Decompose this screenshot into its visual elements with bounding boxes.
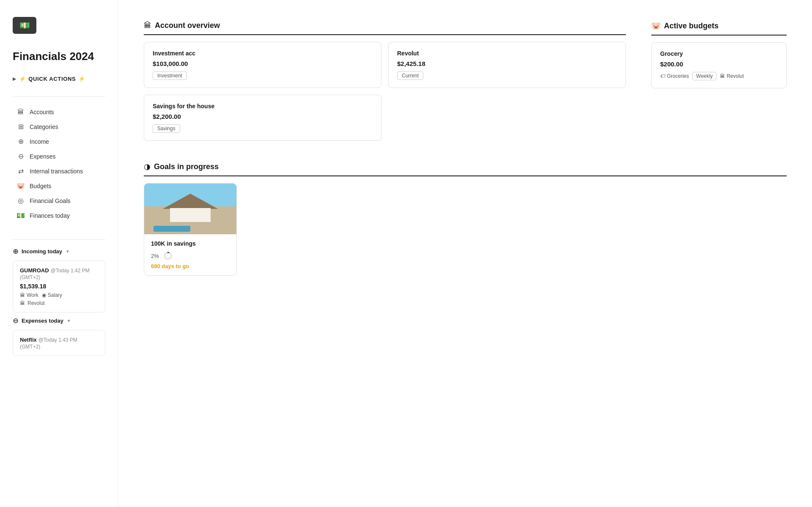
house-pool <box>154 226 190 232</box>
active-budgets-header: 🐷 Active budgets <box>651 21 787 36</box>
expenses-today-label: Expenses today <box>22 318 63 324</box>
tag-salary-label: Salary <box>48 292 62 298</box>
sidebar-item-budgets[interactable]: 🐷 Budgets <box>13 179 105 193</box>
goal-name: 100K in savings <box>151 240 230 247</box>
salary-icon: ◉ <box>42 292 46 298</box>
house-body <box>170 208 211 222</box>
expenses-transaction-title: Netflix <box>20 337 37 343</box>
goal-percent: 2% <box>151 253 159 259</box>
incoming-transaction-header: GUMROAD @Today 1:42 PM (GMT+2) <box>20 267 98 280</box>
income-icon: ⊕ <box>16 137 25 145</box>
account-amount-revolut: $2,425.18 <box>397 60 617 67</box>
incoming-today-chevron: ▾ <box>66 249 69 254</box>
budget-amount-grocery: $200.00 <box>660 60 778 68</box>
budget-card-grocery[interactable]: Grocery $200.00 🏷 Groceries Weekly 🏛 Rev… <box>651 42 787 88</box>
goals-icon: ◑ <box>144 162 151 171</box>
house-background <box>144 184 236 234</box>
expenses-today-chevron: ▾ <box>68 318 70 323</box>
sidebar-item-expenses-label: Expenses <box>30 153 55 160</box>
goal-content-savings: 100K in savings 2% 680 days to go <box>144 234 236 275</box>
goal-progress-row: 2% <box>151 251 230 260</box>
expenses-today-toggle[interactable]: ⊖ Expenses today ▾ <box>13 317 105 325</box>
financial-goals-icon: ◎ <box>16 197 25 205</box>
expenses-today-section: ⊖ Expenses today ▾ Netflix @Today 1:43 P… <box>13 317 105 360</box>
sidebar: 💵 Financials 2024 ▶ ⚡ QUICK ACTIONS ⚡ 🏛 … <box>0 0 118 507</box>
budget-category-icon: 🏷 <box>660 73 665 79</box>
quick-actions-lightning-right: ⚡ <box>78 76 85 82</box>
account-card-savings[interactable]: Savings for the house $2,200.00 Savings <box>144 95 381 141</box>
active-budgets-icon: 🐷 <box>651 21 661 30</box>
categories-icon: ⊞ <box>16 123 25 131</box>
quick-actions-toggle[interactable]: ▶ ⚡ QUICK ACTIONS ⚡ <box>13 76 105 82</box>
sidebar-item-accounts-label: Accounts <box>30 109 54 115</box>
quick-actions-arrow: ▶ <box>13 77 16 81</box>
sidebar-item-income[interactable]: ⊕ Income <box>13 134 105 148</box>
goal-card-savings[interactable]: 100K in savings 2% 680 days to go <box>144 183 237 276</box>
budgets-icon: 🐷 <box>16 182 25 190</box>
quick-actions-label: QUICK ACTIONS <box>28 76 76 82</box>
sidebar-item-financial-goals-label: Financial Goals <box>30 197 71 204</box>
sidebar-item-internal-transactions-label: Internal transactions <box>30 168 83 175</box>
budget-category-label: Groceries <box>667 73 689 79</box>
budget-account-tag: 🏛 Revolut <box>720 73 744 79</box>
work-icon: 🏛 <box>20 292 25 298</box>
budget-category-tag: 🏷 Groceries <box>660 73 689 79</box>
account-label-revolut: Revolut <box>27 300 45 306</box>
budget-name-grocery: Grocery <box>660 50 778 57</box>
account-overview-title: Account overview <box>155 21 220 30</box>
incoming-transaction-card-0[interactable]: GUMROAD @Today 1:42 PM (GMT+2) $1,539.18… <box>13 260 105 312</box>
account-name-investment: Investment acc <box>153 50 373 57</box>
expenses-icon: ⊖ <box>16 152 25 160</box>
sidebar-item-income-label: Income <box>30 138 49 145</box>
expenses-today-icon: ⊖ <box>13 317 18 325</box>
sidebar-item-budgets-label: Budgets <box>30 183 51 189</box>
sidebar-item-categories[interactable]: ⊞ Categories <box>13 120 105 134</box>
incoming-transaction-tags: 🏛 Work ◉ Salary <box>20 292 98 298</box>
internal-transactions-icon: ⇄ <box>16 167 25 175</box>
budget-tags: 🏷 Groceries Weekly 🏛 Revolut <box>660 72 778 80</box>
budget-account-label: Revolut <box>727 73 744 79</box>
account-overview-section: 🏛 Account overview Investment acc $103,0… <box>144 21 626 141</box>
goal-progress-circle <box>163 251 173 260</box>
main-content: 🏛 Account overview Investment acc $103,0… <box>118 0 812 507</box>
app-title: Financials 2024 <box>13 50 105 63</box>
main-nav: 🏛 Accounts ⊞ Categories ⊕ Income ⊖ Expen… <box>13 105 105 222</box>
top-sections-row: 🏛 Account overview Investment acc $103,0… <box>144 21 787 141</box>
account-type-investment: Investment <box>153 71 187 80</box>
incoming-transaction-amount: $1,539.18 <box>20 283 98 290</box>
accounts-icon: 🏛 <box>16 108 25 116</box>
sidebar-item-accounts[interactable]: 🏛 Accounts <box>13 105 105 119</box>
account-cards-grid: Investment acc $103,000.00 Investment Re… <box>144 42 626 141</box>
sidebar-item-expenses[interactable]: ⊖ Expenses <box>13 149 105 163</box>
active-budgets-title: Active budgets <box>664 22 719 30</box>
goals-cards-row: 100K in savings 2% 680 days to go <box>144 183 787 276</box>
quick-actions-lightning-left: ⚡ <box>19 76 26 82</box>
account-amount-investment: $103,000.00 <box>153 60 373 67</box>
incoming-today-label: Incoming today <box>22 248 62 255</box>
sidebar-divider-bottom <box>13 239 105 240</box>
incoming-today-icon: ⊕ <box>13 247 18 255</box>
incoming-today-section: ⊕ Incoming today ▾ GUMROAD @Today 1:42 P… <box>13 247 105 317</box>
account-card-investment[interactable]: Investment acc $103,000.00 Investment <box>144 42 381 88</box>
finances-today-icon: 💵 <box>16 211 25 219</box>
sidebar-item-finances-today[interactable]: 💵 Finances today <box>13 208 105 222</box>
account-type-revolut: Current <box>397 71 423 80</box>
incoming-transaction-account: 🏛 Revolut <box>20 300 98 306</box>
account-icon-revolut: 🏛 <box>20 300 25 306</box>
app-logo-icon: 💵 <box>13 17 36 34</box>
tag-work: 🏛 Work <box>20 292 38 298</box>
active-budgets-section: 🐷 Active budgets Grocery $200.00 🏷 Groce… <box>651 21 787 141</box>
goals-title: Goals in progress <box>154 162 219 171</box>
sidebar-item-financial-goals[interactable]: ◎ Financial Goals <box>13 194 105 208</box>
expenses-transaction-card-0[interactable]: Netflix @Today 1:43 PM (GMT+2) <box>13 330 105 356</box>
sidebar-item-internal-transactions[interactable]: ⇄ Internal transactions <box>13 164 105 178</box>
account-overview-icon: 🏛 <box>144 21 151 30</box>
expenses-transaction-header: Netflix @Today 1:43 PM (GMT+2) <box>20 336 98 350</box>
goals-header: ◑ Goals in progress <box>144 162 787 176</box>
goals-section: ◑ Goals in progress 100K in savings <box>144 162 787 276</box>
svg-point-0 <box>165 252 171 259</box>
account-type-savings: Savings <box>153 124 180 133</box>
account-amount-savings: $2,200.00 <box>153 113 373 120</box>
incoming-today-toggle[interactable]: ⊕ Incoming today ▾ <box>13 247 105 255</box>
account-card-revolut[interactable]: Revolut $2,425.18 Current <box>388 42 626 88</box>
